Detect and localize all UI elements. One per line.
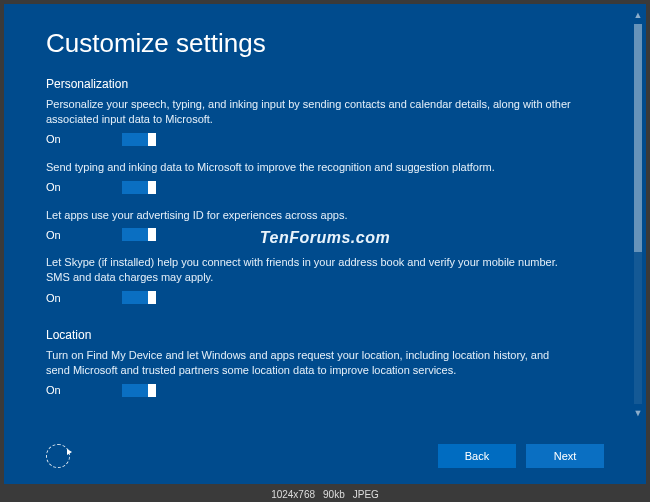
setting-advertising-id: Let apps use your advertising ID for exp… xyxy=(46,208,604,242)
toggle-state: On xyxy=(46,181,66,193)
setting-desc: Turn on Find My Device and let Windows a… xyxy=(46,348,576,378)
section-header-personalization: Personalization xyxy=(46,77,604,91)
setting-desc: Let apps use your advertising ID for exp… xyxy=(46,208,576,223)
ease-of-access-icon[interactable] xyxy=(46,444,70,468)
section-header-location: Location xyxy=(46,328,604,342)
scrollbar-thumb[interactable] xyxy=(634,24,642,252)
scrollbar[interactable] xyxy=(634,24,642,404)
format-text: JPEG xyxy=(353,489,379,500)
toggle-location[interactable] xyxy=(122,384,156,397)
toggle-skype[interactable] xyxy=(122,291,156,304)
image-caption-bar: 1024x768 90kb JPEG xyxy=(0,486,650,502)
settings-window: ▲ ▼ Customize settings Personalization P… xyxy=(4,4,646,484)
footer: Back Next xyxy=(46,444,604,468)
resolution-text: 1024x768 xyxy=(271,489,315,500)
size-text: 90kb xyxy=(323,489,345,500)
setting-desc: Send typing and inking data to Microsoft… xyxy=(46,160,576,175)
toggle-speech-typing[interactable] xyxy=(122,133,156,146)
scroll-up-arrow[interactable]: ▲ xyxy=(633,10,643,20)
next-button[interactable]: Next xyxy=(526,444,604,468)
setting-send-typing: Send typing and inking data to Microsoft… xyxy=(46,160,604,194)
toggle-advertising-id[interactable] xyxy=(122,228,156,241)
toggle-state: On xyxy=(46,384,66,396)
setting-speech-typing: Personalize your speech, typing, and ink… xyxy=(46,97,604,146)
scroll-down-arrow[interactable]: ▼ xyxy=(633,408,643,418)
toggle-state: On xyxy=(46,229,66,241)
toggle-send-typing[interactable] xyxy=(122,181,156,194)
page-title: Customize settings xyxy=(46,28,604,59)
toggle-state: On xyxy=(46,292,66,304)
setting-desc: Personalize your speech, typing, and ink… xyxy=(46,97,576,127)
setting-desc: Let Skype (if installed) help you connec… xyxy=(46,255,576,285)
back-button[interactable]: Back xyxy=(438,444,516,468)
setting-skype: Let Skype (if installed) help you connec… xyxy=(46,255,604,304)
toggle-state: On xyxy=(46,133,66,145)
setting-location: Turn on Find My Device and let Windows a… xyxy=(46,348,604,397)
